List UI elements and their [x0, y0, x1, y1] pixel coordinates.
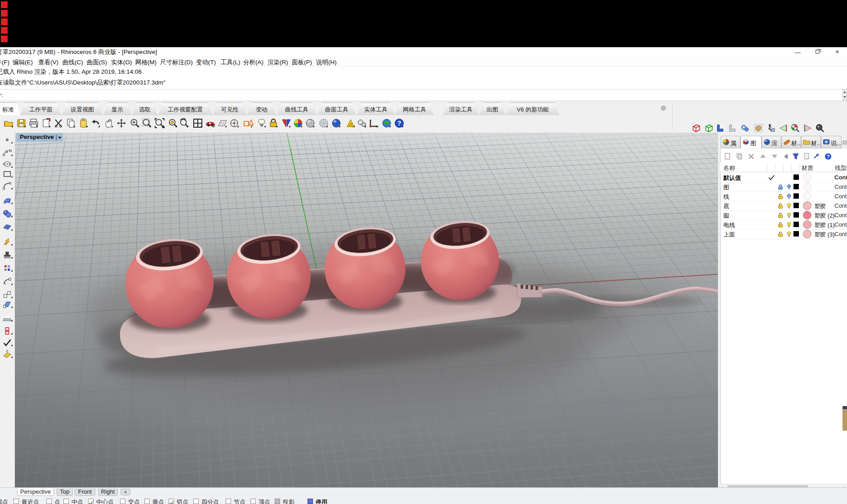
svg-text:?: ?	[397, 120, 401, 127]
svg-text:?: ?	[827, 154, 830, 159]
